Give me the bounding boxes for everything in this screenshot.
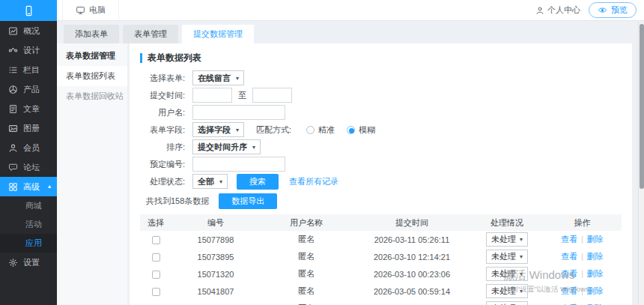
- export-data-button[interactable]: 数据导出: [219, 193, 277, 209]
- action-separator: |: [581, 253, 583, 261]
- row-delete-link[interactable]: 删除: [587, 269, 604, 278]
- sidebar-item-settings[interactable]: 设置: [0, 253, 57, 272]
- sidebar-item-label: 论坛: [23, 162, 40, 173]
- monitor-icon: [76, 5, 85, 15]
- sidebar-subitem-mall[interactable]: 商城: [0, 196, 57, 215]
- subside-item-recycle-bin[interactable]: 表单数据回收站: [57, 86, 127, 106]
- row-status-select[interactable]: 未处理 ▾: [486, 301, 528, 305]
- sidebar-item-overview[interactable]: 概况: [0, 21, 57, 40]
- row-checkbox[interactable]: [152, 271, 160, 279]
- search-button[interactable]: 搜索: [237, 174, 279, 190]
- time-from-input[interactable]: [192, 88, 232, 103]
- sidebar-item-columns[interactable]: 栏目: [0, 60, 57, 79]
- action-separator: |: [581, 270, 583, 278]
- row-id: 15071320: [171, 270, 260, 279]
- row-status-select[interactable]: 未处理 ▾: [486, 267, 528, 281]
- mobile-version-tab[interactable]: [0, 0, 57, 21]
- row-view-link[interactable]: 查看: [561, 235, 577, 244]
- preview-button-label: 预览: [611, 4, 628, 16]
- subside-item-data-list[interactable]: 表单数据列表: [57, 66, 127, 86]
- view-all-records-link[interactable]: 查看所有记录: [289, 176, 338, 187]
- header-submit-time: 提交时间: [353, 217, 471, 229]
- sidebar-subitem-applications[interactable]: 应用: [0, 234, 57, 253]
- sidebar-item-forum[interactable]: 论坛: [0, 157, 57, 177]
- row-id: 15041807: [171, 287, 260, 296]
- match-fuzzy-option[interactable]: 模糊: [347, 124, 375, 136]
- time-to-input[interactable]: [252, 88, 292, 103]
- form-field-select[interactable]: 选择字段 ▾: [192, 122, 244, 137]
- filter-row-username: 用户名:: [140, 105, 622, 120]
- row-submit-time: 2026-03-11 05:26:11: [353, 235, 471, 244]
- row-select-cell: [140, 252, 171, 262]
- columns-icon: [8, 65, 18, 75]
- table-header-row: 选择 编号 用户名称 提交时间 处理情况 操作: [140, 214, 622, 231]
- header-status: 处理情况: [471, 217, 543, 229]
- tab-form-management[interactable]: 表单管理: [123, 25, 178, 43]
- pc-version-tab[interactable]: 电脑: [62, 0, 119, 20]
- row-actions: 查看|删除: [543, 268, 622, 280]
- to-label: 至: [238, 90, 246, 101]
- row-delete-link[interactable]: 删除: [587, 235, 604, 244]
- data-table: 选择 编号 用户名称 提交时间 处理情况 操作 15077898 匿名 2026…: [140, 214, 622, 305]
- sidebar-item-members[interactable]: 会员: [0, 138, 57, 157]
- row-status-select[interactable]: 未处理 ▾: [486, 232, 528, 247]
- chevron-down-icon: ▾: [520, 288, 523, 295]
- table-row: 15077898 匿名 2026-03-11 05:26:11 未处理 ▾ 查看…: [140, 231, 622, 248]
- form-select[interactable]: 在线留言 ▾: [192, 70, 244, 85]
- status-value: 全部: [198, 176, 214, 187]
- row-submit-time: 2026-03-10 12:14:21: [353, 253, 471, 262]
- row-id: 15073895: [171, 253, 260, 262]
- sidebar-item-label: 概况: [23, 25, 40, 37]
- gallery-icon: [8, 124, 18, 133]
- row-checkbox[interactable]: [152, 288, 160, 296]
- row-status-cell: 未处理 ▾: [471, 250, 543, 264]
- row-status-select[interactable]: 未处理 ▾: [486, 284, 528, 298]
- tab-add-form[interactable]: 添加表单: [64, 25, 119, 43]
- sidebar-item-label: 高级: [23, 181, 40, 193]
- sort-label: 排序:: [140, 142, 185, 153]
- match-exact-option[interactable]: 精准: [306, 124, 335, 136]
- action-separator: |: [581, 287, 583, 295]
- sidebar-item-label: 设置: [23, 257, 40, 268]
- radio-selected-icon[interactable]: [347, 126, 355, 134]
- row-checkbox[interactable]: [152, 253, 160, 262]
- chevron-down-icon: ▾: [236, 127, 239, 133]
- sub-sidebar: 表单数据管理 表单数据列表 表单数据回收站: [57, 43, 127, 305]
- sort-select[interactable]: 提交时间升序 ▾: [192, 139, 261, 154]
- username-input[interactable]: [192, 105, 285, 120]
- status-select[interactable]: 全部 ▾: [192, 174, 228, 189]
- filter-row-time: 提交时间: 至: [140, 88, 622, 103]
- tab-submitted-data[interactable]: 提交数据管理: [182, 25, 254, 43]
- row-view-link[interactable]: 查看: [561, 286, 577, 295]
- chevron-down-icon: ▾: [520, 271, 523, 277]
- form-field-label: 表单字段:: [140, 124, 185, 136]
- row-status-cell: 未处理 ▾: [471, 232, 543, 247]
- sidebar-item-articles[interactable]: 文章: [0, 99, 57, 118]
- sidebar-item-products[interactable]: 产品: [0, 79, 57, 99]
- form-field-value: 选择字段: [198, 124, 231, 136]
- sidebar-item-gallery[interactable]: 图册: [0, 118, 57, 138]
- row-delete-link[interactable]: 删除: [587, 252, 604, 261]
- form-select-label: 选择表单:: [140, 73, 185, 84]
- row-checkbox[interactable]: [152, 236, 160, 244]
- radio-unselected-icon[interactable]: [306, 126, 315, 134]
- scrollbar-thumb[interactable]: [640, 24, 644, 189]
- vertical-scrollbar[interactable]: [638, 21, 644, 305]
- preview-button[interactable]: 预览: [589, 2, 637, 18]
- panel: 表单数据列表 选择表单: 在线留言 ▾ 提交时间: 至: [130, 43, 632, 305]
- smartphone-icon: [23, 5, 34, 16]
- row-status-select[interactable]: 未处理 ▾: [486, 250, 528, 264]
- username-label: 用户名:: [140, 107, 185, 118]
- user-center-link[interactable]: 个人中心: [535, 4, 580, 16]
- sidebar-item-label: 栏目: [23, 64, 40, 76]
- sidebar-item-design[interactable]: 设计: [0, 40, 57, 60]
- workspace: 添加表单 表单管理 提交数据管理 表单数据管理 表单数据列表 表单数据回收站 表…: [57, 21, 644, 305]
- table-body: 15077898 匿名 2026-03-11 05:26:11 未处理 ▾ 查看…: [140, 231, 622, 305]
- row-view-link[interactable]: 查看: [561, 269, 577, 278]
- sidebar-item-advanced[interactable]: 高级 ▴: [0, 177, 57, 196]
- reserve-no-input[interactable]: [192, 157, 285, 172]
- header-actions: 操作: [543, 217, 622, 229]
- row-view-link[interactable]: 查看: [561, 252, 577, 261]
- sidebar-subitem-activities[interactable]: 活动: [0, 215, 57, 234]
- row-delete-link[interactable]: 删除: [587, 286, 604, 295]
